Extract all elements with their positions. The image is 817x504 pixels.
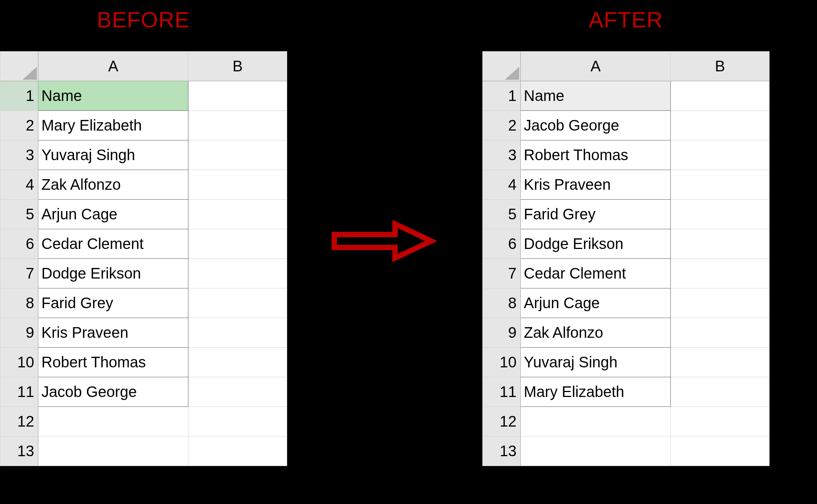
cell[interactable]: Robert Thomas (38, 348, 188, 377)
cell[interactable] (188, 377, 287, 407)
cell[interactable]: Yuvaraj Singh (38, 140, 188, 170)
cell[interactable] (188, 200, 287, 229)
row-header[interactable]: 3 (483, 140, 521, 170)
cell[interactable]: Farid Grey (521, 200, 671, 229)
row-header[interactable]: 9 (0, 318, 38, 348)
row-header[interactable]: 7 (483, 259, 521, 288)
cell[interactable] (671, 229, 770, 259)
column-header-b[interactable]: B (671, 52, 770, 81)
cell[interactable] (671, 140, 770, 170)
cell-b1[interactable] (188, 81, 287, 111)
row-header[interactable]: 4 (0, 170, 38, 200)
select-all-icon (505, 67, 519, 80)
cell[interactable]: Cedar Clement (521, 259, 671, 288)
row-header[interactable]: 6 (483, 229, 521, 259)
row-header[interactable]: 7 (0, 259, 38, 288)
row-header[interactable]: 13 (0, 436, 38, 466)
cell[interactable] (671, 348, 770, 377)
row-header[interactable]: 3 (0, 140, 38, 170)
row-header[interactable]: 12 (0, 407, 38, 436)
select-all-triangle[interactable] (483, 52, 521, 81)
cell[interactable] (38, 407, 188, 436)
arrow-icon (330, 220, 437, 263)
cell[interactable] (188, 436, 287, 466)
cell[interactable]: Kris Praveen (38, 318, 188, 348)
row-header[interactable]: 4 (483, 170, 521, 200)
row-header[interactable]: 9 (483, 318, 521, 348)
row-header[interactable]: 8 (483, 288, 521, 318)
spreadsheet-after: A B 1 Name 2Jacob George 3Robert Thomas … (482, 51, 770, 466)
cell[interactable] (671, 111, 770, 140)
cell[interactable] (521, 436, 671, 466)
row-header[interactable]: 5 (0, 200, 38, 229)
cell[interactable] (671, 259, 770, 288)
cell[interactable]: Yuvaraj Singh (521, 348, 671, 377)
row-header[interactable]: 8 (0, 288, 38, 318)
cell[interactable]: Mary Elizabeth (38, 111, 188, 140)
cell[interactable]: Robert Thomas (521, 140, 671, 170)
cell[interactable] (671, 407, 770, 436)
label-after: AFTER (589, 7, 663, 32)
cell[interactable]: Cedar Clement (38, 229, 188, 259)
cell[interactable]: Zak Alfonzo (521, 318, 671, 348)
column-header-a[interactable]: A (38, 52, 188, 81)
cell[interactable] (521, 407, 671, 436)
cell-a1[interactable]: Name (38, 81, 188, 111)
cell[interactable] (671, 436, 770, 466)
cell[interactable]: Arjun Cage (521, 288, 671, 318)
row-header[interactable]: 2 (483, 111, 521, 140)
row-header[interactable]: 1 (0, 81, 38, 111)
cell[interactable]: Jacob George (38, 377, 188, 407)
cell[interactable]: Dodge Erikson (38, 259, 188, 288)
label-before: BEFORE (97, 7, 190, 32)
cell-a1[interactable]: Name (521, 81, 671, 111)
row-header[interactable]: 10 (483, 348, 521, 377)
cell[interactable] (671, 288, 770, 318)
row-header[interactable]: 2 (0, 111, 38, 140)
cell[interactable]: Zak Alfonzo (38, 170, 188, 200)
spreadsheet-before: A B 1 Name 2Mary Elizabeth 3Yuvaraj Sing… (0, 51, 287, 466)
select-all-icon (22, 67, 37, 80)
cell[interactable] (188, 111, 287, 140)
row-header[interactable]: 1 (483, 81, 521, 111)
cell[interactable] (188, 229, 287, 259)
row-header[interactable]: 10 (0, 348, 38, 377)
row-header[interactable]: 5 (483, 200, 521, 229)
cell[interactable] (671, 318, 770, 348)
cell[interactable]: Mary Elizabeth (521, 377, 671, 407)
row-header[interactable]: 11 (0, 377, 38, 407)
cell[interactable] (188, 348, 287, 377)
cell[interactable]: Arjun Cage (38, 200, 188, 229)
cell-b1[interactable] (671, 81, 770, 111)
column-header-a[interactable]: A (521, 52, 671, 81)
cell[interactable]: Dodge Erikson (521, 229, 671, 259)
cell[interactable] (188, 407, 287, 436)
cell[interactable] (188, 318, 287, 348)
cell[interactable] (188, 288, 287, 318)
row-header[interactable]: 12 (483, 407, 521, 436)
column-header-b[interactable]: B (188, 52, 287, 81)
cell[interactable]: Farid Grey (38, 288, 188, 318)
cell[interactable] (671, 200, 770, 229)
cell[interactable] (671, 377, 770, 407)
cell[interactable] (188, 140, 287, 170)
cell[interactable]: Kris Praveen (521, 170, 671, 200)
cell[interactable] (188, 170, 287, 200)
cell[interactable]: Jacob George (521, 111, 671, 140)
cell[interactable] (671, 170, 770, 200)
row-header[interactable]: 13 (483, 436, 521, 466)
cell[interactable] (188, 259, 287, 288)
row-header[interactable]: 6 (0, 229, 38, 259)
row-header[interactable]: 11 (483, 377, 521, 407)
select-all-triangle[interactable] (0, 52, 38, 81)
cell[interactable] (38, 436, 188, 466)
